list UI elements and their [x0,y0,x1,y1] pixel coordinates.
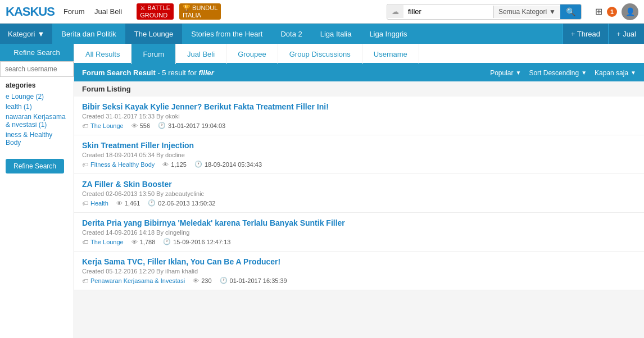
views-item-3: 👁 1,788 [131,239,156,245]
sort-kapan-arrow: ▼ [631,70,636,76]
timestamp-3: 15-09-2016 12:47:13 [173,239,230,245]
nav-jual-beli[interactable]: Jual Beli [94,7,122,16]
tag-link-0[interactable]: The Lounge [90,122,124,129]
tab-group-discussions[interactable]: Group Discussions [278,44,362,64]
nav-forum[interactable]: Forum [64,7,85,16]
forum-title-2[interactable]: ZA Filler & Skin Booster [82,180,636,189]
eye-icon-0: 👁 [131,122,138,129]
forum-meta-2: Created 02-06-2013 13:50 By zabeautyclin… [82,190,636,197]
tab-forum[interactable]: Forum [131,44,176,64]
battle-badge[interactable]: ⚔ BATTLEGROUND [137,3,174,20]
views-count-4: 230 [201,277,211,284]
forum-item-4: Kerja Sama TVC, Filler Iklan, You Can Be… [74,252,644,290]
sort-descending[interactable]: Sort Descending ▼ [529,69,587,77]
views-count-1: 1,125 [171,161,187,168]
cat-penawaran[interactable]: nawaran Kerjasama & nvestasi (1) [6,113,68,129]
eye-icon-1: 👁 [162,161,169,168]
timestamp-1: 18-09-2014 05:34:43 [205,161,262,168]
tabs-bar: All Results Forum Jual Beli Groupee Grou… [74,44,644,64]
forum-list: Bibir Seksi Kayak Kylie Jenner? Berikut … [74,97,644,290]
clock-icon-2: 🕐 [148,199,156,207]
search-username-input[interactable] [0,61,74,77]
forum-tags-4: 🏷 Penawaran Kerjasama & Investasi 👁 230 … [82,277,636,284]
cat-health[interactable]: lealth (1) [6,103,68,111]
nav-liga-inggris[interactable]: Liga Inggris [360,24,416,44]
tag-item-0: 🏷 The Lounge [82,122,124,129]
search-cloud-icon: ☁ [387,5,403,18]
forum-item-1: Skin Treatment Filler Injection Created … [74,135,644,174]
timestamp-2: 02-06-2013 13:50:32 [158,200,215,207]
thread-button[interactable]: + Thread [563,24,608,44]
forum-meta-4: Created 05-12-2016 12:20 By ilham khalid [82,268,636,275]
cat-fitness[interactable]: iness & Healthy Body [6,131,68,147]
time-item-3: 🕐 15-09-2016 12:47:13 [163,238,230,245]
forum-title-0[interactable]: Bibir Seksi Kayak Kylie Jenner? Berikut … [82,102,636,111]
tag-link-1[interactable]: Fitness & Healthy Body [90,161,155,168]
tab-groupee[interactable]: Groupee [226,44,278,64]
search-input[interactable] [403,5,493,18]
refine-search-bottom-button[interactable]: Refine Search [6,159,64,173]
forum-title-1[interactable]: Skin Treatment Filler Injection [82,141,636,150]
forum-meta-0: Created 31-01-2017 15:33 By okoki [82,113,636,120]
nav-the-lounge[interactable]: The Lounge [125,24,182,44]
chevron-down-icon: ▼ [37,30,44,38]
sort-kapan-label: Kapan saja [595,69,628,77]
tag-icon-0: 🏷 [82,122,88,129]
sidebar: Refine Search ategories e Lounge (2) lea… [0,44,74,338]
views-count-0: 556 [140,122,150,129]
sidebar-categories: ategories e Lounge (2) lealth (1) nawara… [0,77,74,153]
results-title: Forum Search Result - 5 result for fille… [82,68,214,77]
sort-kapan-saja[interactable]: Kapan saja ▼ [595,69,636,77]
results-header-prefix: Forum Search Result [82,68,156,77]
forum-title-3[interactable]: Derita Pria yang Bibirnya 'Meledak' kare… [82,218,636,227]
tab-jual-beli[interactable]: Jual Beli [176,44,226,64]
content-area: All Results Forum Jual Beli Groupee Grou… [74,44,644,338]
search-kategori-dropdown[interactable]: Semua Kategori ▼ [493,6,560,18]
main-container: Refine Search ategories e Lounge (2) lea… [0,44,644,338]
forum-item-3: Derita Pria yang Bibirnya 'Meledak' kare… [74,213,644,252]
nav-liga-italia[interactable]: Liga Italia [311,24,361,44]
cat-the-lounge[interactable]: e Lounge (2) [6,93,68,101]
search-bar: ☁ Semua Kategori ▼ 🔍 [387,4,582,20]
kategori-button[interactable]: Kategori ▼ [0,24,52,44]
logo[interactable]: KASKUS [6,4,55,19]
tag-item-2: 🏷 Health [82,200,108,207]
nav-stories[interactable]: Stories from the Heart [182,24,271,44]
clock-icon-0: 🕐 [158,122,166,129]
results-count-text: - 5 result for [157,68,196,77]
forum-item-0: Bibir Seksi Kayak Kylie Jenner? Berikut … [74,97,644,135]
forum-meta-3: Created 14-09-2016 14:18 By cingeling [82,229,636,236]
clock-icon-3: 🕐 [163,238,171,245]
header: KASKUS Forum Jual Beli ⚔ BATTLEGROUND 🏆 … [0,0,644,24]
tag-link-4[interactable]: Penawaran Kerjasama & Investasi [90,277,185,284]
tag-icon-2: 🏷 [82,200,88,207]
tag-item-1: 🏷 Fitness & Healthy Body [82,161,155,168]
bundul-badge[interactable]: 🏆 BUNDULITALIA [179,3,221,20]
jual-button[interactable]: + Jual [608,24,644,44]
nav-bar: Kategori ▼ Berita dan Politik The Lounge… [0,24,644,44]
tag-icon-3: 🏷 [82,239,88,245]
eye-icon-3: 👁 [131,239,138,245]
forum-title-4[interactable]: Kerja Sama TVC, Filler Iklan, You Can Be… [82,257,636,266]
search-button[interactable]: 🔍 [560,4,581,20]
kategori-label: Kategori [8,30,35,38]
tag-link-3[interactable]: The Lounge [90,239,124,245]
sort-descending-label: Sort Descending [529,69,579,77]
tab-username[interactable]: Username [362,44,419,64]
tag-link-2[interactable]: Health [90,200,108,207]
refine-search-top-button[interactable]: Refine Search [0,44,74,61]
tab-all-results[interactable]: All Results [74,44,131,64]
header-nav: Forum Jual Beli [64,7,130,16]
clock-icon-1: 🕐 [194,161,202,168]
nav-dota2[interactable]: Dota 2 [271,24,311,44]
grid-icon[interactable]: ⊞ [595,6,602,17]
tag-icon-1: 🏷 [82,161,88,168]
views-item-4: 👁 230 [193,277,211,284]
sort-popular[interactable]: Popular ▼ [490,69,521,77]
notification-badge[interactable]: 1 [607,7,617,17]
views-count-3: 1,788 [140,239,156,245]
nav-berita-politik[interactable]: Berita dan Politik [52,24,125,44]
sort-popular-label: Popular [490,69,513,77]
results-sort: Popular ▼ Sort Descending ▼ Kapan saja ▼ [490,69,636,77]
avatar[interactable]: 👤 [622,3,638,20]
